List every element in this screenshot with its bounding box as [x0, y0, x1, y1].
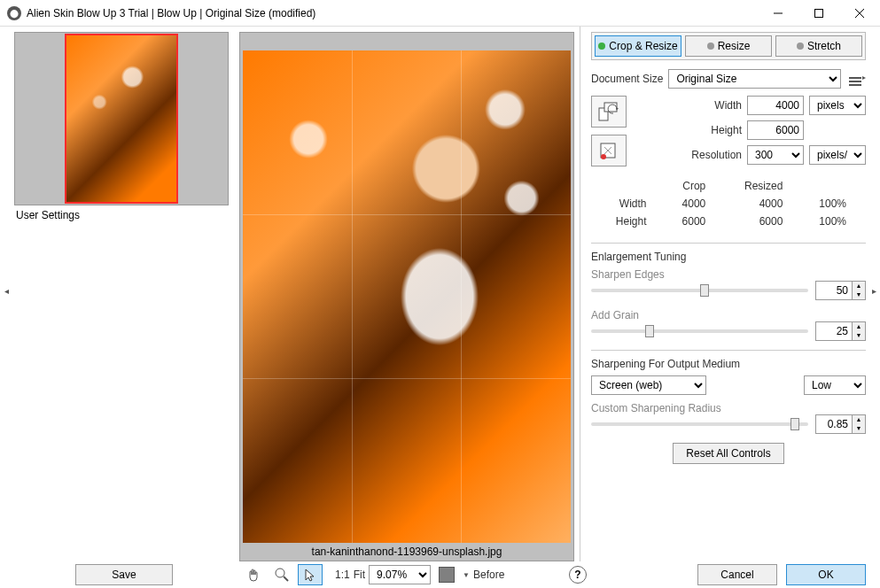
- preview-area[interactable]: tan-kaninthanond-1193969-unsplash.jpg: [239, 32, 574, 561]
- lock-resolution-button[interactable]: [591, 135, 627, 166]
- custom-radius-label: Custom Sharpening Radius: [591, 402, 866, 414]
- preview-filename: tan-kaninthanond-1193969-unsplash.jpg: [240, 544, 573, 560]
- rotate-orientation-button[interactable]: [591, 96, 627, 128]
- crop-resize-table: CropResized Width40004000100% Height6000…: [591, 177, 859, 230]
- sharpening-output-title: Sharpening For Output Medium: [591, 358, 866, 370]
- spin-down-icon[interactable]: ▼: [853, 424, 865, 433]
- svg-rect-5: [604, 103, 617, 112]
- custom-radius-slider[interactable]: [591, 422, 808, 426]
- save-button[interactable]: Save: [75, 564, 173, 585]
- enlargement-tuning-title: Enlargement Tuning: [591, 251, 866, 263]
- status-dot-icon: [598, 43, 605, 50]
- zoom-select[interactable]: 9.07%: [369, 565, 431, 584]
- preset-thumbnail[interactable]: [65, 34, 178, 204]
- help-icon[interactable]: ?: [569, 566, 587, 584]
- add-grain-label: Add Grain: [591, 309, 866, 321]
- arrow-tool-icon[interactable]: [298, 564, 323, 585]
- status-dot-icon: [707, 43, 714, 50]
- before-button[interactable]: Before: [473, 569, 504, 581]
- resolution-unit-select[interactable]: pixels/in: [809, 145, 866, 165]
- preset-thumbnail-area: [14, 32, 229, 205]
- sharpen-edges-label: Sharpen Edges: [591, 268, 866, 281]
- spin-down-icon[interactable]: ▼: [853, 331, 865, 340]
- maximize-button[interactable]: [798, 0, 839, 27]
- svg-point-7: [601, 154, 606, 159]
- tab-crop-resize[interactable]: Crop & Resize: [595, 35, 681, 57]
- svg-line-9: [284, 576, 288, 581]
- window-title: Alien Skin Blow Up 3 Trial | Blow Up | O…: [27, 7, 758, 19]
- titlebar: ⬤ Alien Skin Blow Up 3 Trial | Blow Up |…: [0, 0, 880, 27]
- preview-image[interactable]: [243, 50, 571, 543]
- mode-tabs: Crop & Resize Resize Stretch: [591, 32, 866, 60]
- output-level-select[interactable]: Low: [804, 375, 866, 395]
- minimize-button[interactable]: [758, 0, 798, 27]
- tab-resize[interactable]: Resize: [685, 35, 772, 57]
- size-unit-select[interactable]: pixels: [809, 96, 866, 115]
- resolution-select[interactable]: 300: [747, 145, 804, 165]
- svg-rect-1: [815, 9, 823, 17]
- resolution-label: Resolution: [687, 149, 742, 161]
- one-to-one-button[interactable]: 1:1: [335, 569, 350, 581]
- add-grain-value[interactable]: [815, 321, 853, 341]
- height-input[interactable]: [747, 120, 804, 140]
- spin-down-icon[interactable]: ▼: [853, 290, 865, 299]
- width-input[interactable]: [747, 96, 804, 115]
- expand-left-arrow-icon[interactable]: ◂: [2, 283, 11, 298]
- user-settings-label: User Settings: [14, 205, 229, 225]
- spin-up-icon[interactable]: ▲: [853, 322, 865, 331]
- app-icon: ⬤: [7, 6, 21, 20]
- tab-stretch[interactable]: Stretch: [775, 35, 862, 57]
- sharpen-edges-value[interactable]: [815, 281, 853, 300]
- document-size-label: Document Size: [591, 73, 663, 85]
- ok-button[interactable]: OK: [786, 564, 866, 585]
- spin-up-icon[interactable]: ▲: [853, 282, 865, 290]
- preset-menu-icon[interactable]: [846, 69, 866, 89]
- width-label: Width: [687, 99, 742, 112]
- status-dot-icon: [797, 43, 804, 50]
- fit-button[interactable]: Fit: [354, 569, 365, 581]
- height-label: Height: [687, 124, 742, 136]
- svg-point-8: [276, 569, 284, 577]
- custom-radius-value[interactable]: [815, 414, 853, 434]
- reset-all-button[interactable]: Reset All Controls: [673, 443, 783, 464]
- background-swatch[interactable]: [434, 564, 459, 585]
- document-size-select[interactable]: Original Size: [668, 69, 841, 89]
- add-grain-slider[interactable]: [591, 329, 808, 333]
- hand-tool-icon[interactable]: [241, 564, 266, 585]
- close-button[interactable]: [839, 0, 880, 27]
- output-medium-select[interactable]: Screen (web): [591, 375, 706, 395]
- zoom-tool-icon[interactable]: [269, 564, 294, 585]
- cancel-button[interactable]: Cancel: [697, 564, 777, 585]
- sharpen-edges-slider[interactable]: [591, 289, 808, 292]
- spin-up-icon[interactable]: ▲: [853, 415, 865, 424]
